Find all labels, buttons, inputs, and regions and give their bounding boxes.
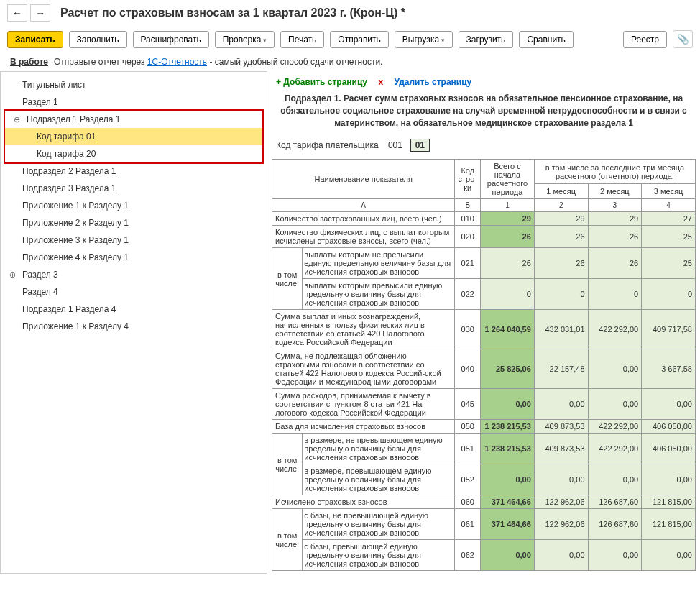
table-row: в размере, превышающем единую предельную… <box>272 464 696 495</box>
page-title: Расчет по страховым взносам за 1 квартал… <box>60 6 405 19</box>
attach-icon[interactable]: 📎 <box>673 30 693 48</box>
table-row: выплаты которым превысили единую предель… <box>272 279 696 310</box>
tree-item-section1[interactable]: Раздел 1 <box>1 93 267 111</box>
add-page-link[interactable]: Добавить страницу <box>283 77 367 87</box>
compare-button[interactable]: Сравнить <box>519 31 573 48</box>
th-a: А <box>272 199 455 212</box>
th-total: Всего с начала расчетного периода <box>481 160 535 199</box>
tree-item-subsection2-1[interactable]: Подраздел 2 Раздела 1 <box>1 162 267 180</box>
table-row: с базы, превышающей единую предельную ве… <box>272 540 696 571</box>
table-row: Исчислено страховых взносов 060 371 464,… <box>272 495 696 509</box>
status-text2: - самый удобный способ сдачи отчетности. <box>207 57 382 67</box>
registry-button[interactable]: Реестр <box>623 31 667 48</box>
table-row: в том числе: в размере, не превышающем е… <box>272 434 696 464</box>
expand-icon[interactable]: ⊕ <box>9 270 18 279</box>
section-tree: Титульный лист Раздел 1 ⊖ Подраздел 1 Ра… <box>0 71 267 574</box>
content-area: + Добавить страницу x Удалить страницу П… <box>267 71 700 574</box>
decrypt-button[interactable]: Расшифровать <box>133 31 209 48</box>
nav-back-button[interactable]: ← <box>7 4 27 22</box>
tree-item-subsection1-4[interactable]: Подраздел 1 Раздела 4 <box>1 301 267 318</box>
collapse-icon[interactable]: ⊖ <box>14 115 22 124</box>
table-row: Сумма расходов, принимаемая к вычету в с… <box>272 389 696 420</box>
highlight-box: ⊖ Подраздел 1 Раздела 1 Код тарифа 01 Ко… <box>4 109 264 164</box>
table-row: Сумма, не подлежащая обложению страховым… <box>272 349 696 389</box>
tree-item-app2-section1[interactable]: Приложение 2 к Разделу 1 <box>1 214 267 231</box>
fill-button[interactable]: Заполнить <box>69 31 127 48</box>
tree-item-tariff01[interactable]: Код тарифа 01 <box>5 128 262 145</box>
th-name: Наименование показателя <box>272 160 455 199</box>
tree-item-subsection1-1[interactable]: ⊖ Подраздел 1 Раздела 1 <box>5 111 262 128</box>
table-row: Количество физических лиц, с выплат кото… <box>272 226 696 248</box>
tree-item-subsection3-1[interactable]: Подраздел 3 Раздела 1 <box>1 180 267 197</box>
th-c3: 3 <box>588 199 642 212</box>
th-m3: 3 месяц <box>642 184 696 199</box>
tree-item-title-page[interactable]: Титульный лист <box>1 76 267 93</box>
write-button[interactable]: Записать <box>7 31 63 48</box>
section-heading: Подраздел 1. Расчет сумм страховых взнос… <box>272 93 696 136</box>
th-m2: 2 месяц <box>588 184 642 199</box>
import-button[interactable]: Загрузить <box>459 31 514 48</box>
table-row: Количество застрахованных лиц, всего (че… <box>272 212 696 226</box>
table-row: в том числе: с базы, не превышающей един… <box>272 509 696 540</box>
tariff-value-box[interactable]: 01 <box>410 139 430 152</box>
tree-item-app1-section4[interactable]: Приложение 1 к Разделу 4 <box>1 318 267 335</box>
check-button[interactable]: Проверка <box>215 31 275 48</box>
tree-item-section3[interactable]: ⊕ Раздел 3 <box>1 266 267 283</box>
send-button[interactable]: Отправить <box>330 31 389 48</box>
tariff-code: 001 <box>388 140 402 150</box>
table-row: в том числе: выплаты которым не превысил… <box>272 248 696 279</box>
reporting-link[interactable]: 1С-Отчетность <box>147 57 207 67</box>
th-c2: 2 <box>534 199 588 212</box>
th-m1: 1 месяц <box>534 184 588 199</box>
tree-item-section4[interactable]: Раздел 4 <box>1 283 267 301</box>
data-table: Наименование показателя Код стро-ки Всег… <box>272 159 696 571</box>
table-row: База для исчисления страховых взносов 05… <box>272 420 696 434</box>
th-c1: 1 <box>481 199 535 212</box>
tree-item-app4-section1[interactable]: Приложение 4 к Разделу 1 <box>1 249 267 266</box>
th-code: Код стро-ки <box>455 160 481 199</box>
th-recent: в том числе за последние три месяца расч… <box>534 160 695 184</box>
tariff-label: Код тарифа плательщика <box>276 140 379 150</box>
tree-item-app3-section1[interactable]: Приложение 3 к Разделу 1 <box>1 231 267 249</box>
status-text1: Отправьте отчет через <box>54 57 147 67</box>
nav-forward-button[interactable]: → <box>30 4 50 22</box>
th-c4: 4 <box>642 199 696 212</box>
status-label[interactable]: В работе <box>10 57 48 67</box>
x-icon: x <box>378 77 383 87</box>
delete-page-link[interactable]: Удалить страницу <box>394 77 471 87</box>
plus-icon: + <box>276 77 281 87</box>
tree-item-app1-section1[interactable]: Приложение 1 к Разделу 1 <box>1 197 267 214</box>
table-row: Сумма выплат и иных вознаграждений, начи… <box>272 310 696 349</box>
export-button[interactable]: Выгрузка <box>395 31 453 48</box>
th-b: Б <box>455 199 481 212</box>
print-button[interactable]: Печать <box>280 31 324 48</box>
tree-item-tariff20[interactable]: Код тарифа 20 <box>5 145 262 162</box>
